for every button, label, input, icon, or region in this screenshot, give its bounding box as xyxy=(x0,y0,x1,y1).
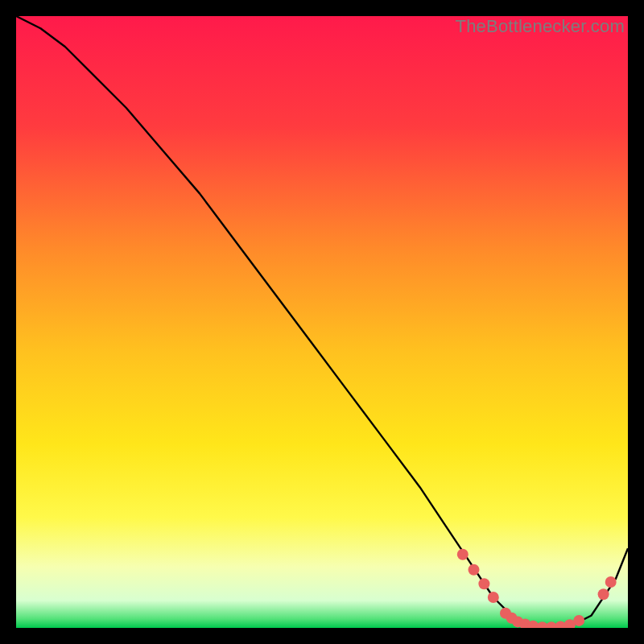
chart-svg xyxy=(16,16,628,628)
data-marker xyxy=(598,588,609,600)
data-marker xyxy=(457,549,469,560)
data-marker xyxy=(469,564,480,576)
data-marker xyxy=(488,592,499,603)
chart-frame: TheBottleneсker.com xyxy=(16,16,628,628)
data-marker xyxy=(478,578,489,589)
watermark-label: TheBottleneсker.com xyxy=(456,16,625,37)
gradient-background xyxy=(16,16,628,628)
data-marker xyxy=(573,615,584,626)
data-marker xyxy=(605,576,617,588)
